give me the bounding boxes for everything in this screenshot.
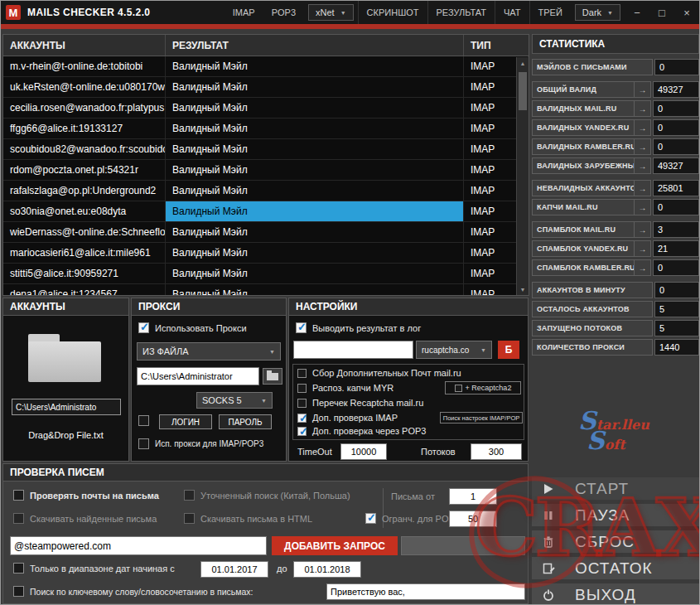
pause-label: ПАУЗА [575,506,630,525]
exit-button[interactable]: ВЫХОД [532,583,699,605]
remainder-button[interactable]: ОСТАТОК [532,557,699,579]
export-icon[interactable]: → [635,138,651,155]
export-icon[interactable]: → [635,100,651,117]
result-cell: Валидный Мэйл [166,181,464,201]
table-row-selected[interactable]: so30nia@onet.eu:e08dyta Валидный Мэйл IM… [3,201,529,222]
table-row[interactable]: m.v-rhein@t-online.de:tobitobi Валидный … [3,56,529,77]
pause-button[interactable]: ПАУЗА [532,504,699,526]
proxy-for-imap-checkbox[interactable] [138,438,149,449]
date-from-input[interactable] [200,561,268,578]
stat-label: ОБЩИЙ ВАЛИД [532,81,635,98]
export-icon[interactable]: → [635,240,651,257]
export-icon[interactable]: → [635,180,651,196]
date-to-input[interactable] [293,561,361,578]
reset-button[interactable]: СБРОС [532,530,699,553]
header-type[interactable]: ТИП [464,35,529,56]
export-icon[interactable]: → [635,199,651,215]
table-row[interactable]: mariocasieri61@alice.it:mile961 Валидный… [3,243,529,264]
balance-button[interactable]: Б [498,341,519,359]
menu-result[interactable]: РЕЗУЛЬТАТ [427,1,495,24]
table-row[interactable]: stitti5@alice.it:90959271 Валидный Мэйл … [3,264,529,284]
start-button[interactable]: СТАРТ [532,477,699,500]
proxy-for-imap-label: Исп. прокси для IMAP/POP3 [155,439,263,448]
start-label: СТАРТ [575,480,629,498]
check-letters-checkbox[interactable] [13,490,24,501]
recaptcha2-checkbox[interactable] [455,385,462,392]
maximize-button[interactable]: □ [649,1,674,24]
proxy-type-value: SOCKS 5 [202,395,242,405]
use-proxy-checkbox[interactable] [138,322,149,333]
add-query-button[interactable]: ДОБАВИТЬ ЗАПРОС [272,536,398,555]
log-output-checkbox[interactable] [296,322,307,333]
menu-screenshot[interactable]: СКРИНШОТ [358,1,427,24]
table-row[interactable]: scoubidou82@wanadoo.fr:scoubidou Валидны… [3,139,529,160]
download-letters-checkbox[interactable] [13,513,24,524]
table-row[interactable]: rdom@poczta.onet.pl:54321r Валидный Мэйл… [3,160,529,181]
keyword-search-checkbox[interactable] [13,586,24,597]
settings-panel: НАСТРОЙКИ Выводить результат в лог rucap… [288,298,529,462]
proxy-file-input[interactable] [137,367,259,385]
captcha-key-input[interactable] [293,341,413,359]
accounts-file-path[interactable]: C:\Users\Administrato [12,399,121,415]
menu-chat[interactable]: ЧАТ [495,1,529,24]
proxy-source-dropdown[interactable]: ИЗ ФАЙЛА ▼ [137,342,281,361]
keyword-search-label: Поиск по ключевому слову/словосочетанию … [30,587,253,597]
menu-pop3[interactable]: POP3 [263,1,304,24]
close-button[interactable]: × [674,1,699,24]
stat-row: КАПЧИ MAIL.RU → 0 [532,199,699,215]
refined-search-checkbox[interactable] [184,490,195,501]
menu-imap[interactable]: IMAP [224,1,263,24]
header-result[interactable]: РЕЗУЛЬТАТ [166,35,464,56]
collect-mail-checkbox[interactable] [297,369,307,378]
export-icon[interactable]: → [635,259,651,276]
table-row[interactable]: cecilia.rosen@wanadoo.fr:platypus Валидн… [3,98,529,119]
minimize-button[interactable]: − [625,1,649,24]
stat-label: ВАЛИДНЫХ RAMBLER.RU [532,138,635,155]
timeout-input[interactable] [340,443,387,460]
threads-input[interactable] [471,443,522,460]
pop3-check-checkbox[interactable] [297,427,307,436]
scroll-down-icon[interactable]: ▼ [517,283,529,295]
export-icon[interactable]: → [635,81,651,98]
recognize-captcha-checkbox[interactable] [297,384,307,393]
table-row[interactable]: ffgg66@alice.it:19133127 Валидный Мэйл I… [3,119,529,139]
query-input[interactable] [10,536,267,555]
proxy-password-field[interactable]: ПАРОЛЬ [219,414,272,429]
export-icon[interactable]: → [635,221,651,238]
proxy-type-dropdown[interactable]: SOCKS 5 ▼ [196,392,273,409]
captcha-service-dropdown[interactable]: rucaptcha.co ▼ [416,341,492,359]
pop3-limit-input[interactable] [449,511,497,527]
scroll-up-icon[interactable]: ▲ [517,57,529,69]
browse-folder-button[interactable] [263,368,282,385]
export-icon[interactable]: → [635,119,651,136]
letters-panel-title: ПРОВЕРКА ПИСЕМ [2,463,529,482]
download-html-checkbox[interactable] [184,513,195,524]
folder-icon[interactable] [28,334,101,382]
timeout-label: TimeOut [297,447,332,457]
date-range-checkbox[interactable] [13,563,24,574]
proxy-login-field[interactable]: ЛОГИН [159,414,212,429]
table-row[interactable]: dena1@alice.it:1234567 Валидный Мэйл IMA… [3,284,529,296]
pop3-limit-checkbox[interactable] [365,513,376,524]
stat-row: КОЛИЧЕСТВО ПРОКСИ 1440 [532,339,699,356]
accounts-drop-area[interactable]: C:\Users\Administrato Drag&Drop File.txt [2,316,129,462]
table-scrollbar[interactable]: ▲ ▼ [516,57,529,295]
letters-from-input[interactable] [449,488,497,505]
stat-value: 0 [653,100,699,117]
theme-dropdown[interactable]: Dark ▼ [575,4,620,21]
imap-check-checkbox[interactable] [297,414,307,423]
vendor-logo-text: oft [605,437,625,453]
play-icon [542,482,555,496]
export-icon[interactable]: → [635,157,651,174]
recheck-checkbox[interactable] [297,399,307,408]
table-row[interactable]: rafalszlaga@op.pl:Underground2 Валидный … [3,181,529,201]
keyword-input[interactable] [326,583,525,600]
menu-xnet-dropdown[interactable]: xNet ▼ [308,4,354,21]
proxy-auth-checkbox[interactable] [138,415,149,426]
date-to-label: до [277,564,287,574]
menu-tray[interactable]: ТРЕЙ [529,1,571,24]
scrollbar-thumb[interactable] [519,72,527,110]
table-row[interactable]: wieDernass@t-online.de:Schneeflock Валид… [3,222,529,243]
header-accounts[interactable]: АККАУНТЫ [3,35,166,56]
table-row[interactable]: uk.keRsten@t-online.de:u080170w Валидный… [3,77,529,98]
